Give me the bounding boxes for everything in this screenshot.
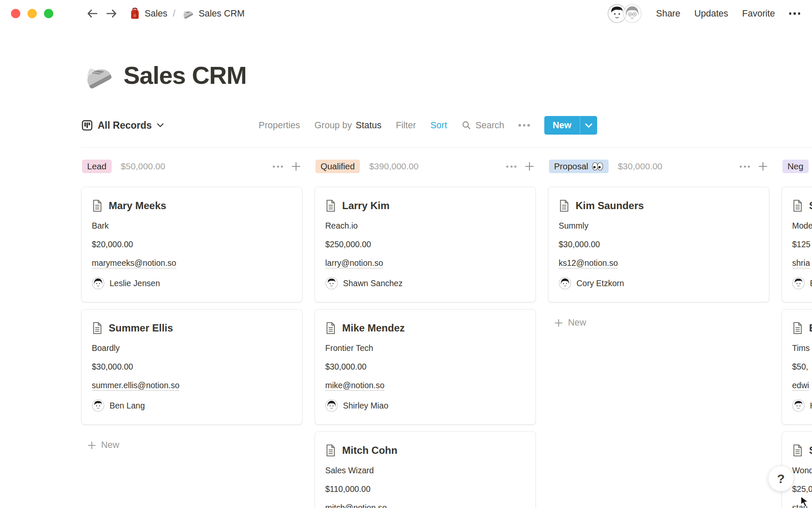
record-card[interactable]: Summer Ellis Boardly $30,000.00 summer.e… xyxy=(81,309,302,425)
avatar xyxy=(325,399,338,412)
view-selector[interactable]: All Records xyxy=(81,119,164,131)
favorite-button[interactable]: Favorite xyxy=(742,8,775,19)
card-email[interactable]: mitch@notion.so xyxy=(325,503,387,508)
board-view-icon xyxy=(81,119,93,131)
more-options-icon[interactable] xyxy=(789,12,801,15)
column-header: Qualified $390,000.00 xyxy=(315,159,536,174)
search-button[interactable]: Search xyxy=(461,120,504,131)
page-icon xyxy=(92,199,103,212)
avatar xyxy=(559,277,571,290)
card-owner-name: Ben Lang xyxy=(110,401,145,411)
status-badge[interactable]: Proposal xyxy=(549,160,609,173)
sneaker-icon[interactable] xyxy=(81,59,115,91)
window-zoom-button[interactable] xyxy=(44,9,53,18)
page-icon xyxy=(325,199,336,212)
avatar xyxy=(92,399,104,412)
column-more-icon[interactable] xyxy=(740,166,750,168)
status-badge-label: Neg xyxy=(787,161,804,171)
status-badge-label: Qualified xyxy=(321,161,355,171)
status-badge[interactable]: Lead xyxy=(82,160,112,173)
avatar xyxy=(792,399,805,412)
mouse-cursor xyxy=(801,496,810,507)
status-badge[interactable]: Neg xyxy=(782,160,809,173)
card-amount: $250,000.00 xyxy=(325,239,525,250)
column-add-icon[interactable] xyxy=(291,161,302,172)
record-card[interactable]: Larry Kim Reach.io $250,000.00 larry@not… xyxy=(315,187,536,302)
add-card-label: New xyxy=(568,318,586,328)
card-amount: $110,000.00 xyxy=(325,484,525,494)
card-owner-row: H xyxy=(792,399,812,412)
forward-arrow-icon[interactable] xyxy=(105,8,118,19)
chevron-down-icon xyxy=(156,123,164,128)
chevron-down-icon xyxy=(584,123,593,128)
column-more-icon[interactable] xyxy=(273,166,283,168)
top-bar: Sales / Sales CRM Share Updates Favorite xyxy=(0,0,812,27)
record-card[interactable]: Mary Meeks Bark $20,000.00 marymeeks@not… xyxy=(81,187,302,302)
card-email[interactable]: ks12@notion.so xyxy=(559,258,618,268)
card-owner-row: Shawn Sanchez xyxy=(325,276,525,290)
collaborator-avatars[interactable] xyxy=(607,4,642,23)
new-record-dropdown[interactable] xyxy=(580,116,597,135)
breadcrumb-label: Sales xyxy=(145,8,167,19)
card-amount: $30,000.00 xyxy=(559,239,759,250)
column-cards: Mary Meeks Bark $20,000.00 marymeeks@not… xyxy=(81,187,302,425)
card-email[interactable]: summer.ellis@notion.so xyxy=(92,381,179,391)
column-add-icon[interactable] xyxy=(757,161,768,172)
toolbar-divider xyxy=(81,147,812,148)
card-company: Bark xyxy=(92,221,292,231)
card-email[interactable]: marymeeks@notion.so xyxy=(92,258,176,268)
card-email[interactable]: mike@notion.so xyxy=(325,381,384,391)
card-title: Larry Kim xyxy=(342,200,390,212)
page-icon xyxy=(792,322,803,334)
column-add-icon[interactable] xyxy=(524,161,535,172)
board-column: Neg S Mode $125 shria E xyxy=(782,159,812,508)
sort-button[interactable]: Sort xyxy=(431,120,447,131)
filter-button[interactable]: Filter xyxy=(396,120,416,131)
board-column: Lead $50,000.00 Mary Meeks Bark $20,000.… xyxy=(81,159,302,450)
group-by-label: Group by xyxy=(315,120,352,131)
updates-button[interactable]: Updates xyxy=(694,8,728,19)
view-toolbar: All Records Properties Group by Status F… xyxy=(81,116,812,135)
record-card[interactable]: Mitch Cohn Sales Wizard $110,000.00 mitc… xyxy=(315,431,536,508)
column-total: $50,000.00 xyxy=(121,161,165,171)
page-icon xyxy=(92,322,103,334)
breadcrumb-item-sales[interactable]: Sales xyxy=(129,7,167,20)
card-owner-row: Ben Lang xyxy=(92,399,292,412)
share-button[interactable]: Share xyxy=(656,8,680,19)
back-arrow-icon[interactable] xyxy=(86,8,99,19)
breadcrumb: Sales / Sales CRM xyxy=(129,7,245,20)
card-amount: $25,0 xyxy=(792,484,812,494)
help-button[interactable]: ? xyxy=(768,466,794,491)
card-email[interactable]: edwi xyxy=(792,381,809,391)
view-more-options-icon[interactable] xyxy=(518,124,530,127)
avatar xyxy=(792,277,805,290)
card-company: Reach.io xyxy=(325,221,525,231)
window-minimize-button[interactable] xyxy=(27,9,37,18)
properties-button[interactable]: Properties xyxy=(259,120,300,131)
card-owner-row: Shirley Miao xyxy=(325,399,525,412)
record-card[interactable]: Kim Saunders Summly $30,000.00 ks12@noti… xyxy=(548,187,769,302)
record-card[interactable]: Mike Mendez Frontier Tech $30,000.00 mik… xyxy=(315,309,536,425)
record-card[interactable]: S Mode $125 shria E xyxy=(782,187,812,302)
card-company: Summly xyxy=(559,221,759,231)
card-amount: $30,000.00 xyxy=(325,362,525,372)
add-card-button[interactable]: New xyxy=(554,318,586,328)
card-email[interactable]: larry@notion.so xyxy=(325,258,383,268)
new-record-button[interactable]: New xyxy=(544,116,597,135)
group-by-button[interactable]: Group by Status xyxy=(315,120,381,131)
card-email[interactable]: shria xyxy=(792,258,810,268)
new-record-label[interactable]: New xyxy=(544,116,580,135)
column-more-icon[interactable] xyxy=(506,166,516,168)
add-card-button[interactable]: New xyxy=(87,440,119,450)
record-card[interactable]: E Tims $50, edwi H xyxy=(782,309,812,425)
card-company: Frontier Tech xyxy=(325,343,525,353)
column-cards: S Mode $125 shria E E Tims $50, edwi H S xyxy=(782,187,812,508)
status-badge[interactable]: Qualified xyxy=(315,160,360,173)
sidebar-menu-icon[interactable] xyxy=(63,9,78,18)
group-by-value: Status xyxy=(356,120,381,131)
card-company: Boardly xyxy=(92,343,292,353)
breadcrumb-item-sales-crm[interactable]: Sales CRM xyxy=(181,7,245,20)
card-owner-name: Cory Etzkorn xyxy=(576,279,624,288)
window-close-button[interactable] xyxy=(11,9,20,18)
page-icon xyxy=(792,444,803,457)
